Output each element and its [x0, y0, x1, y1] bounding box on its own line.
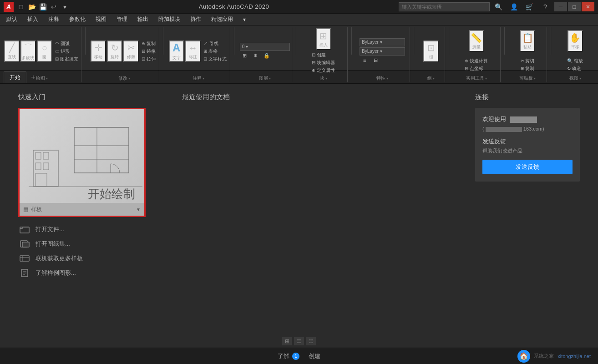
view-grid-button[interactable]: ⊞ [282, 337, 292, 345]
orbit-button[interactable]: ↻ 轨道 [565, 65, 585, 72]
layer-lock-button[interactable]: 🔒 [262, 52, 272, 60]
view-detail-button[interactable]: ☷ [306, 337, 316, 345]
menu-item-collab[interactable]: 协作 [186, 14, 206, 25]
rect-button[interactable]: ▭ 矩形 [53, 48, 80, 55]
zoom-button[interactable]: 🔍 缩放 [565, 57, 585, 65]
menu-item-more[interactable]: ▾ [238, 15, 250, 24]
menu-item-parametric[interactable]: 参数化 [65, 14, 90, 25]
learn-tab[interactable]: 了解 1 [278, 352, 299, 360]
menu-item-insert[interactable]: 插入 [23, 14, 43, 25]
clipboard-group-label[interactable]: 剪贴板 ▾ [519, 75, 536, 81]
customize-button[interactable]: ▾ [60, 2, 69, 11]
save-button[interactable]: 💾 [38, 2, 47, 11]
maximize-button[interactable]: □ [568, 2, 581, 11]
insert-block-button[interactable]: ⊞ 插入 [316, 28, 331, 50]
copy-button[interactable]: ⊕ 复制 [140, 40, 157, 47]
bottom-bar: ⊞ ☰ ☷ 了解 1 创建 🏠 系统之家 xitongzhijia.net [0, 348, 598, 364]
table-button[interactable]: ⊞ 表格 [202, 48, 228, 55]
view-group-label[interactable]: 视图 ▾ [569, 75, 581, 81]
circle-button[interactable]: ○ 圆 [37, 40, 52, 62]
menu-item-featured[interactable]: 精选应用 [207, 14, 238, 25]
create-block-button[interactable]: ⊡ 创建 [310, 51, 337, 59]
menu-item-output[interactable]: 输出 [133, 14, 153, 25]
search-input[interactable] [399, 2, 490, 11]
blockeditor-button[interactable]: ⊟ 块编辑器 [310, 59, 337, 66]
search-button[interactable]: 🔍 [492, 2, 505, 12]
pan-button[interactable]: ✋ 平移 [568, 30, 583, 52]
online-templates-link[interactable]: 联机获取更多样板 [18, 253, 164, 263]
menu-item-addins[interactable]: 附加模块 [154, 14, 185, 25]
copy-clip-button[interactable]: ⊞ 复制 [519, 65, 537, 72]
groups-group-label[interactable]: 组 ▾ [427, 75, 435, 81]
move-button[interactable]: ✛ 移动 [91, 40, 106, 62]
utilities-group-label[interactable]: 实用工具 ▾ [466, 75, 487, 81]
center-panel: 最近使用的文档 [182, 93, 457, 339]
polyline-button[interactable]: ⌒ 多段线 [20, 40, 36, 62]
minimize-button[interactable]: ─ [554, 2, 567, 11]
text-button[interactable]: A 文字 [169, 40, 184, 62]
open-file-button[interactable]: 📂 [27, 2, 36, 11]
modify-group-label[interactable]: 修改 ▾ [118, 75, 130, 81]
layer-props-button[interactable]: ⊞ [240, 52, 250, 60]
cut-button[interactable]: ✂ 剪切 [519, 57, 537, 65]
menu-item-default[interactable]: 默认 [2, 14, 22, 25]
clipboard-small: ✂ 剪切 ⊞ 复制 [519, 57, 537, 72]
paste-button[interactable]: 📋 粘贴 [520, 30, 535, 52]
define-attr-button[interactable]: ⊕ 定义属性 [310, 67, 337, 74]
trim-button[interactable]: ✂ 修剪 [123, 40, 139, 62]
new-file-button[interactable]: □ [16, 2, 25, 11]
stretch-button[interactable]: ⊡ 拉伸 [140, 56, 157, 63]
draw-icons: ╱ 直线 ⌒ 多段线 ○ 圆 ◠ 圆弧 ▭ 矩形 ⊞ 图案填充 [4, 28, 80, 74]
undo-button[interactable]: ↩ [49, 2, 58, 11]
menu-item-manage[interactable]: 管理 [112, 14, 132, 25]
properties-group-label[interactable]: 特性 ▾ [376, 75, 388, 81]
block-group-label[interactable]: 块 ▾ [320, 75, 327, 81]
user-icon[interactable]: 👤 [508, 2, 521, 12]
rotate-button[interactable]: ↻ 旋转 [107, 40, 122, 62]
line-button[interactable]: ╱ 直线 [4, 40, 20, 62]
ribbon-group-modify: ✛ 移动 ↻ 旋转 ✂ 修剪 ⊕ 复制 ⊟ 镜像 ⊡ 拉伸 [89, 27, 159, 82]
create-tab[interactable]: 创建 [309, 352, 320, 360]
mirror-button[interactable]: ⊟ 镜像 [140, 48, 157, 55]
new-tab-button[interactable]: + [28, 72, 38, 82]
ribbon-group-layer: 0 ▾ ⊞ ❄ 🔒 图层 ▾ [238, 27, 292, 82]
close-button[interactable]: ✕ [582, 2, 594, 11]
layer-freeze-button[interactable]: ❄ [251, 52, 261, 60]
id-button[interactable]: ⊟ 点坐标 [463, 65, 490, 72]
menu-item-annotate[interactable]: 注释 [44, 14, 64, 25]
text-style-button[interactable]: ⊟ 文字样式 [202, 56, 228, 63]
list-props-button[interactable]: ⊟ [370, 56, 380, 65]
view-list-button[interactable]: ☰ [294, 337, 304, 345]
open-sheet-icon [18, 239, 31, 249]
arc-button[interactable]: ◠ 圆弧 [53, 40, 80, 47]
quickcalc-button[interactable]: ⊕ 快速计算 [463, 57, 490, 65]
annotate-group-label[interactable]: 注释 ▾ [193, 75, 204, 81]
help-button[interactable]: ? [539, 2, 552, 12]
linetype-dropdown[interactable]: ByLayer ▾ [360, 38, 405, 46]
lineweight-dropdown[interactable]: ByLayer ▾ [360, 47, 405, 56]
dimension-button[interactable]: ↔ 标注 [185, 40, 201, 62]
open-sheet-link[interactable]: 打开图纸集... [18, 239, 164, 249]
send-feedback-button[interactable]: 发送反馈 [482, 160, 573, 174]
svg-rect-2 [43, 152, 49, 159]
layer-group-label[interactable]: 图层 ▾ [259, 75, 271, 81]
subscription-icon[interactable]: 🛒 [523, 2, 536, 12]
leader-button[interactable]: ↗ 引线 [202, 40, 228, 47]
watermark-site: xitongzhijia.net [557, 354, 591, 359]
layer-dropdown[interactable]: 0 ▾ [240, 43, 290, 51]
group-button[interactable]: ⊡ 组 [423, 40, 439, 62]
match-props-button[interactable]: ≡ [360, 56, 370, 65]
email-prefix: ( [482, 126, 484, 131]
start-drawing-card[interactable]: 开始绘制 ▦ 样板 ▼ [18, 108, 146, 217]
hatch-button[interactable]: ⊞ 图案填充 [53, 56, 80, 63]
email-suffix: 163.com) [523, 126, 544, 131]
open-sheet-label: 打开图纸集... [35, 240, 70, 248]
sample-drawings-link[interactable]: 了解样例图形... [18, 268, 164, 278]
tab-start[interactable]: 开始 [4, 71, 26, 83]
layer-icons: 0 ▾ ⊞ ❄ 🔒 [240, 28, 290, 74]
draw-expand-icon: ▾ [46, 76, 48, 81]
template-dropdown-icon[interactable]: ▼ [136, 207, 141, 212]
open-file-link[interactable]: 打开文件... [18, 224, 164, 234]
menu-item-view[interactable]: 视图 [91, 14, 111, 25]
measure-button[interactable]: 📏 测量 [469, 30, 484, 52]
